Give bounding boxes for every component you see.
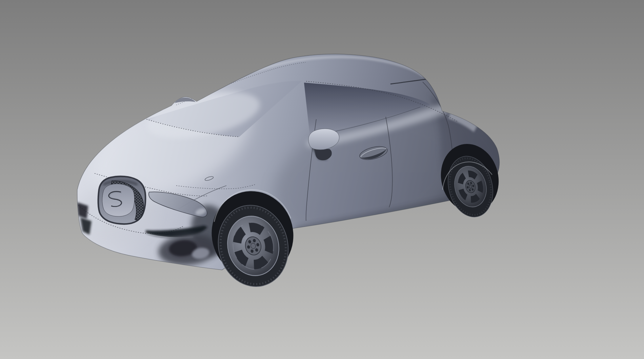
- car-render-svg: [0, 0, 644, 359]
- cad-viewport-3d[interactable]: [0, 0, 644, 359]
- front-grille: [98, 176, 145, 224]
